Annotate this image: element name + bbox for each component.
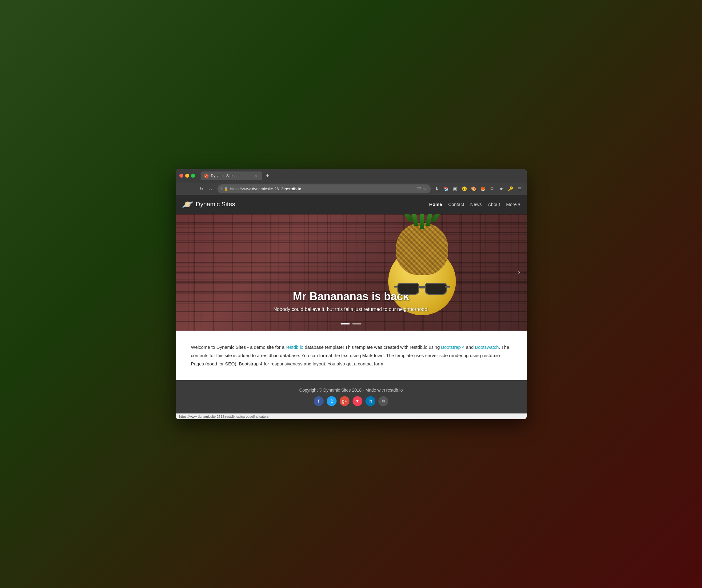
forward-button[interactable]: → bbox=[188, 184, 197, 193]
social-linkedin[interactable]: in bbox=[365, 396, 375, 406]
chevron-down-icon: ▾ bbox=[518, 202, 520, 207]
minimize-button[interactable] bbox=[185, 174, 189, 178]
browser-window: 🚀 Dynamic Sites Inc ✕ + ← → ↻ ⌂ ℹ 🔒 bbox=[176, 169, 526, 419]
carousel-indicators bbox=[341, 323, 361, 324]
library-icon[interactable]: 📚 bbox=[442, 185, 450, 192]
browser-chrome: 🚀 Dynamic Sites Inc ✕ + ← → ↻ ⌂ ℹ 🔒 bbox=[176, 169, 526, 195]
carousel-dot-2[interactable] bbox=[352, 323, 361, 324]
address-bar[interactable]: ℹ 🔒 https://www-dynamicsite-2613.restdb.… bbox=[218, 184, 431, 193]
hero-carousel: Mr Banananas is back Nobody could believ… bbox=[176, 214, 526, 331]
url-domain: www-dynamicsite-2613. bbox=[242, 187, 284, 191]
sidebar-icon[interactable]: ▣ bbox=[452, 185, 459, 192]
site-main-content: Welcome to Dynamic Sites - a demo site f… bbox=[176, 331, 526, 380]
site-brand-name: Dynamic Sites bbox=[196, 201, 235, 208]
carousel-title: Mr Banananas is back bbox=[176, 290, 526, 303]
maximize-button[interactable] bbox=[191, 174, 195, 178]
carousel-caption: Mr Banananas is back Nobody could believ… bbox=[176, 290, 526, 312]
sunglasses-right-lens bbox=[425, 283, 447, 295]
title-bar: 🚀 Dynamic Sites Inc ✕ + bbox=[176, 169, 526, 183]
main-text-intro: Welcome to Dynamic Sites - a demo site f… bbox=[191, 345, 286, 350]
main-link-bootswatch[interactable]: Bootswatch bbox=[475, 345, 499, 350]
more-options-icon[interactable]: ··· bbox=[410, 186, 415, 192]
tab-title: Dynamic Sites Inc bbox=[211, 174, 251, 178]
sunglasses-arm-right bbox=[445, 286, 450, 288]
status-bar-url: https://www-dynamicsite-2613.restdb.io/#… bbox=[180, 415, 268, 418]
extension2-icon[interactable]: 🔑 bbox=[507, 185, 514, 192]
main-link-bootstrap[interactable]: Bootstrap 4 bbox=[441, 345, 465, 350]
reload-button[interactable]: ↻ bbox=[197, 184, 206, 193]
pineapple-body bbox=[396, 223, 448, 275]
close-button[interactable] bbox=[180, 174, 183, 178]
carousel-dot-1[interactable] bbox=[341, 323, 350, 324]
star-icon[interactable]: ☆ bbox=[423, 186, 427, 191]
nav-news[interactable]: News bbox=[470, 200, 482, 208]
carousel-subtitle: Nobody could believe it, but this fella … bbox=[176, 307, 526, 312]
menu-icon[interactable]: ☰ bbox=[516, 185, 523, 192]
nav-about[interactable]: About bbox=[488, 200, 500, 208]
settings-icon[interactable]: ⚙ bbox=[488, 185, 496, 192]
site-navbar: 🪐 Dynamic Sites Home Contact News About … bbox=[176, 195, 526, 214]
nav-buttons: ← → ↻ ⌂ bbox=[179, 184, 215, 193]
nav-contact[interactable]: Contact bbox=[448, 200, 464, 208]
tab-bar: 🚀 Dynamic Sites Inc ✕ + bbox=[201, 172, 523, 180]
main-link-restdb[interactable]: restdb.io bbox=[286, 345, 304, 350]
social-google-plus[interactable]: g+ bbox=[340, 396, 349, 406]
nav-more[interactable]: More ▾ bbox=[506, 200, 520, 208]
browser-toolbar: ← → ↻ ⌂ ℹ 🔒 https://www-dynamicsite-2613… bbox=[176, 183, 526, 195]
site-brand[interactable]: 🪐 Dynamic Sites bbox=[182, 199, 235, 210]
address-text: https://www-dynamicsite-2613.restdb.io bbox=[230, 187, 408, 191]
social-facebook[interactable]: f bbox=[314, 396, 324, 406]
main-text-2: database template! This template was cre… bbox=[303, 345, 441, 350]
url-domain-bold: restdb.io bbox=[284, 187, 302, 191]
url-protocol: https:// bbox=[230, 187, 242, 191]
address-bar-icons: ℹ 🔒 bbox=[221, 187, 228, 191]
bookmark-icon[interactable]: 🛡 bbox=[417, 186, 421, 191]
emoji-icon[interactable]: 😊 bbox=[461, 185, 468, 192]
active-tab[interactable]: 🚀 Dynamic Sites Inc ✕ bbox=[201, 172, 262, 180]
back-button[interactable]: ← bbox=[179, 184, 187, 193]
footer-copyright: Copyright © Dynamic Sites 2018 - Made wi… bbox=[182, 388, 520, 393]
carousel-next-button[interactable]: › bbox=[518, 268, 520, 277]
toolbar-actions: ⬇ 📚 ▣ 😊 🎨 🦊 ⚙ ★ 🔑 ☰ bbox=[433, 185, 523, 192]
social-pocket[interactable]: ▾ bbox=[353, 396, 362, 406]
nav-home[interactable]: Home bbox=[429, 200, 442, 208]
brick-overlay2 bbox=[176, 214, 526, 331]
sunglasses-bridge bbox=[419, 286, 425, 288]
tab-close-button[interactable]: ✕ bbox=[253, 173, 258, 178]
main-text-3: and bbox=[465, 345, 475, 350]
download-icon[interactable]: ⬇ bbox=[433, 185, 441, 192]
carousel-background bbox=[176, 214, 526, 331]
main-paragraph: Welcome to Dynamic Sites - a demo site f… bbox=[191, 343, 511, 368]
traffic-lights bbox=[180, 174, 195, 178]
new-tab-button[interactable]: + bbox=[263, 172, 272, 180]
browser-status-bar: https://www-dynamicsite-2613.restdb.io/#… bbox=[176, 413, 526, 419]
social-twitter[interactable]: 𝕥 bbox=[327, 396, 337, 406]
social-email[interactable]: ✉ bbox=[378, 396, 388, 406]
footer-social: f 𝕥 g+ ▾ in ✉ bbox=[182, 396, 520, 406]
info-icon: ℹ bbox=[221, 187, 223, 191]
site-content: 🪐 Dynamic Sites Home Contact News About … bbox=[176, 195, 526, 413]
site-footer: Copyright © Dynamic Sites 2018 - Made wi… bbox=[176, 380, 526, 413]
sunglasses bbox=[394, 281, 450, 297]
lock-icon: 🔒 bbox=[224, 187, 228, 191]
firefox-icon[interactable]: 🦊 bbox=[479, 185, 487, 192]
tab-favicon: 🚀 bbox=[204, 174, 209, 178]
screenshot-icon[interactable]: 🎨 bbox=[470, 185, 477, 192]
pineapple-leaves bbox=[409, 214, 435, 229]
sunglasses-left-lens bbox=[397, 283, 419, 295]
site-logo-icon: 🪐 bbox=[182, 199, 193, 210]
site-nav-links: Home Contact News About More ▾ bbox=[429, 200, 520, 208]
home-button[interactable]: ⌂ bbox=[206, 184, 215, 193]
extension1-icon[interactable]: ★ bbox=[498, 185, 505, 192]
